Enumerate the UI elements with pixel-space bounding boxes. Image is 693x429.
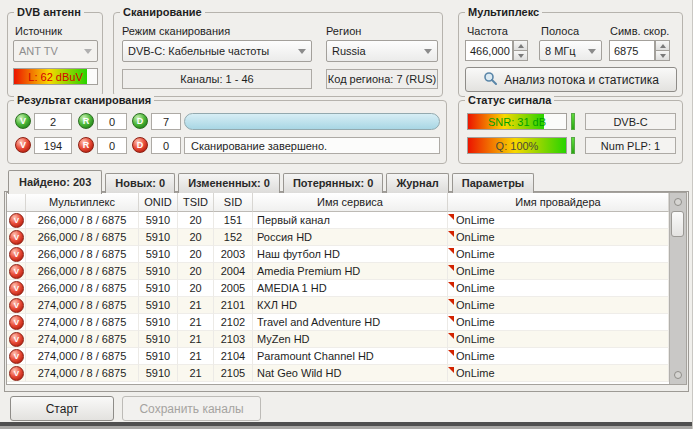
cell-onid: 5910	[139, 246, 178, 263]
note-marker-icon	[448, 265, 454, 271]
scan-status-message: Сканирование завершено.	[184, 137, 440, 154]
header-service-name[interactable]: Имя сервиса	[253, 193, 448, 212]
table-row[interactable]: V266,000 / 8 / 6875591020151Первый канал…	[7, 212, 669, 229]
scan-mode-select[interactable]: DVB-C: Кабельные частоты	[122, 40, 312, 62]
region-select[interactable]: Russia	[326, 40, 438, 62]
scrollbar-thumb[interactable]	[671, 211, 684, 237]
scroll-down-button[interactable]	[674, 371, 682, 379]
scrambled-video-icon: V	[9, 264, 24, 279]
radio-other-count: 0	[97, 137, 127, 154]
quality-tick-indicator	[571, 137, 575, 154]
cell-onid: 5910	[139, 280, 178, 297]
tab-changed[interactable]: Измененных: 0	[178, 173, 280, 193]
table-row[interactable]: V266,000 / 8 / 68755910202004Amedia Prem…	[7, 263, 669, 280]
cell-sid: 2102	[214, 314, 253, 331]
header-status[interactable]	[7, 193, 26, 212]
arrow-up-icon	[518, 44, 524, 48]
group-multiplex-title: Мультиплекс	[465, 6, 542, 18]
tab-found[interactable]: Найдено: 203	[8, 170, 102, 194]
header-onid[interactable]: ONID	[139, 193, 178, 212]
cell-service-name: Travel and Adventure HD	[253, 314, 448, 331]
cell-tsid: 20	[178, 246, 214, 263]
bandwidth-select[interactable]: 8 МГц	[539, 40, 602, 61]
video-other-icon: V	[15, 137, 31, 153]
table-row[interactable]: V274,000 / 8 / 68755910212105Nat Geo Wil…	[7, 365, 669, 382]
symbolrate-input[interactable]: 6875	[609, 40, 655, 61]
group-dvb-antenna-title: DVB антенн	[14, 6, 84, 18]
frequency-label: Частота	[467, 25, 508, 37]
video-other-count: 194	[34, 137, 72, 154]
cell-service-name: КХЛ HD	[253, 297, 448, 314]
table-row[interactable]: V266,000 / 8 / 6875591020152Россия HDOnL…	[7, 229, 669, 246]
cell-provider-name: OnLime	[448, 297, 669, 314]
scrambled-video-icon: V	[9, 247, 24, 262]
snr-bar: SNR: 31 dB	[467, 113, 567, 130]
scrambled-video-icon: V	[9, 349, 24, 364]
cell-multiplex: 266,000 / 8 / 6875	[26, 263, 139, 280]
note-marker-icon	[448, 282, 454, 288]
cell-tsid: 20	[178, 212, 214, 229]
chevron-down-icon	[424, 49, 432, 54]
cell-sid: 2101	[214, 297, 253, 314]
region-code-field: Код региона: 7 (RUS)	[326, 69, 438, 89]
save-channels-button[interactable]: Сохранить каналы	[122, 396, 261, 421]
header-multiplex[interactable]: Мультиплекс	[26, 193, 139, 212]
chevron-down-icon	[84, 49, 92, 54]
frequency-stepper[interactable]	[513, 40, 528, 61]
scrambled-video-icon: V	[9, 213, 24, 228]
frequency-step-down-button[interactable]	[513, 51, 528, 61]
table-row[interactable]: V266,000 / 8 / 68755910202005AMEDIA 1 HD…	[7, 280, 669, 297]
vertical-scrollbar[interactable]	[669, 193, 686, 384]
header-provider-name[interactable]: Имя провайдера	[448, 193, 669, 212]
symbolrate-label: Симв. скор.	[610, 25, 669, 37]
service-status-cell: V	[7, 331, 26, 348]
table-header-row: Мультиплекс ONID TSID SID Имя сервиса Им…	[7, 193, 669, 212]
table-row[interactable]: V274,000 / 8 / 68755910212102Travel and …	[7, 314, 669, 331]
table-row[interactable]: V266,000 / 8 / 68755910202003Наш футбол …	[7, 246, 669, 263]
scrambled-video-icon: V	[9, 366, 24, 381]
cell-provider-name: OnLime	[448, 348, 669, 365]
group-signal-status-title: Статус сигнала	[465, 94, 554, 106]
magnifier-icon	[483, 71, 497, 88]
service-status-cell: V	[7, 365, 26, 382]
symbolrate-stepper[interactable]	[655, 40, 670, 61]
channels-table: Мультиплекс ONID TSID SID Имя сервиса Им…	[6, 192, 687, 385]
arrow-up-icon	[660, 44, 666, 48]
header-tsid[interactable]: TSID	[178, 193, 214, 212]
source-select[interactable]: ANT TV	[13, 40, 98, 62]
scroll-up-button[interactable]	[674, 198, 682, 206]
table-row[interactable]: V274,000 / 8 / 68755910212103MyZen HDOnL…	[7, 331, 669, 348]
note-marker-icon	[448, 333, 454, 339]
symbolrate-input-value: 6875	[614, 45, 638, 57]
note-marker-icon	[448, 231, 454, 237]
note-marker-icon	[448, 350, 454, 356]
tab-parameters[interactable]: Параметры	[452, 173, 534, 193]
found-channels-panel: Мультиплекс ONID TSID SID Имя сервиса Им…	[4, 191, 689, 392]
start-button[interactable]: Старт	[10, 396, 114, 421]
scrambled-video-icon: V	[9, 298, 24, 313]
cell-service-name: Amedia Premium HD	[253, 263, 448, 280]
snr-text: SNR: 31 dB	[468, 114, 566, 129]
cell-tsid: 20	[178, 263, 214, 280]
frequency-input[interactable]: 466,000	[465, 40, 513, 61]
cell-provider-name: OnLime	[448, 365, 669, 382]
radio-found-count: 0	[97, 113, 127, 130]
analyze-stream-button[interactable]: Анализ потока и статистика	[465, 67, 677, 92]
symbolrate-step-up-button[interactable]	[655, 40, 670, 51]
cell-sid: 2103	[214, 331, 253, 348]
frequency-step-up-button[interactable]	[513, 40, 528, 51]
tab-lost[interactable]: Потерянных: 0	[283, 173, 384, 193]
service-status-cell: V	[7, 246, 26, 263]
tab-log[interactable]: Журнал	[386, 173, 448, 193]
service-status-cell: V	[7, 263, 26, 280]
arrow-down-icon	[660, 54, 666, 58]
tab-new[interactable]: Новых: 0	[105, 173, 175, 193]
source-label: Источник	[15, 25, 62, 37]
table-row[interactable]: V274,000 / 8 / 68755910212101КХЛ HDOnLim…	[7, 297, 669, 314]
cell-provider-name: OnLime	[448, 212, 669, 229]
header-sid[interactable]: SID	[214, 193, 253, 212]
table-row[interactable]: V274,000 / 8 / 68755910212104Paramount C…	[7, 348, 669, 365]
channels-range-field: Каналы: 1 - 46	[122, 69, 312, 89]
symbolrate-step-down-button[interactable]	[655, 51, 670, 61]
service-status-cell: V	[7, 314, 26, 331]
